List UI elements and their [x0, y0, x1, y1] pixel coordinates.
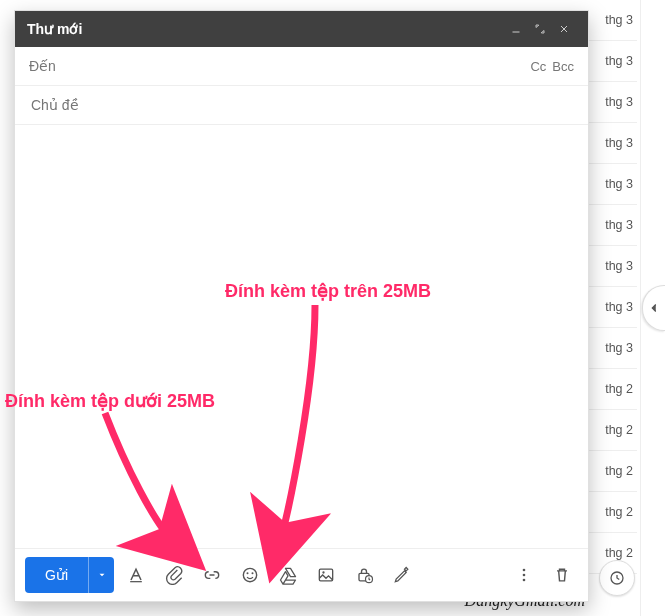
- clock-icon: [608, 569, 626, 587]
- svg-point-1: [243, 568, 256, 581]
- svg-point-3: [252, 572, 254, 574]
- confidential-button[interactable]: [348, 559, 380, 591]
- subject-field-row[interactable]: [15, 86, 588, 125]
- paperclip-icon: [164, 565, 184, 585]
- drive-button[interactable]: [272, 559, 304, 591]
- compose-body[interactable]: Đính kèm tệp trên 25MB Đính kèm tệp dưới…: [15, 125, 588, 548]
- pen-button[interactable]: [386, 559, 418, 591]
- annotation-arrows: [15, 125, 588, 585]
- compose-toolbar: Gửi: [15, 548, 588, 601]
- fullscreen-button[interactable]: [528, 17, 552, 41]
- close-icon: [558, 23, 570, 35]
- close-button[interactable]: [552, 17, 576, 41]
- image-icon: [316, 565, 336, 585]
- list-item: thg 3: [587, 246, 637, 287]
- pen-icon: [392, 565, 412, 585]
- compose-header: Thư mới: [15, 11, 588, 47]
- list-item: thg 2: [587, 451, 637, 492]
- svg-point-2: [247, 572, 249, 574]
- link-button[interactable]: [196, 559, 228, 591]
- list-item: thg 2: [587, 492, 637, 533]
- to-input[interactable]: [56, 57, 525, 75]
- bcc-button[interactable]: Bcc: [552, 59, 574, 74]
- svg-point-9: [523, 574, 526, 577]
- list-item: thg 3: [587, 164, 637, 205]
- image-button[interactable]: [310, 559, 342, 591]
- more-vertical-icon: [514, 565, 534, 585]
- svg-point-10: [523, 579, 526, 582]
- chevron-left-icon: [647, 301, 661, 315]
- formatting-button[interactable]: [120, 559, 152, 591]
- list-item: thg 3: [587, 123, 637, 164]
- annotation-over25: Đính kèm tệp trên 25MB: [225, 280, 431, 302]
- to-field-row[interactable]: Đến Cc Bcc: [15, 47, 588, 86]
- list-item: thg 3: [587, 205, 637, 246]
- emoji-icon: [240, 565, 260, 585]
- lock-clock-icon: [354, 565, 374, 585]
- list-item: thg 3: [587, 0, 637, 41]
- discard-button[interactable]: [546, 559, 578, 591]
- list-item: thg 2: [587, 369, 637, 410]
- expand-icon: [534, 23, 546, 35]
- cc-button[interactable]: Cc: [530, 59, 546, 74]
- recent-activity-button[interactable]: [599, 560, 635, 596]
- list-item: thg 3: [587, 287, 637, 328]
- text-format-icon: [126, 565, 146, 585]
- minimize-icon: [510, 23, 522, 35]
- svg-point-5: [322, 571, 324, 573]
- minimize-button[interactable]: [504, 17, 528, 41]
- drive-icon: [278, 565, 298, 585]
- list-item: thg 3: [587, 328, 637, 369]
- list-item: thg 2: [587, 410, 637, 451]
- attach-button[interactable]: [158, 559, 190, 591]
- compose-title: Thư mới: [27, 21, 504, 37]
- send-options-button[interactable]: [88, 557, 114, 593]
- compose-window: Thư mới Đến Cc Bcc Đính kèm tệp trên 25M…: [14, 10, 589, 602]
- link-icon: [202, 565, 222, 585]
- subject-input[interactable]: [29, 96, 574, 114]
- mail-list-dates: thg 3 thg 3 thg 3 thg 3 thg 3 thg 3 thg …: [587, 0, 637, 574]
- list-item: thg 3: [587, 82, 637, 123]
- trash-icon: [552, 565, 572, 585]
- send-button[interactable]: Gửi: [25, 557, 88, 593]
- annotation-under25: Đính kèm tệp dưới 25MB: [5, 390, 215, 412]
- chevron-down-icon: [97, 570, 107, 580]
- to-label: Đến: [29, 58, 56, 74]
- emoji-button[interactable]: [234, 559, 266, 591]
- more-options-button[interactable]: [508, 559, 540, 591]
- send-group: Gửi: [25, 557, 114, 593]
- svg-point-8: [523, 569, 526, 572]
- list-item: thg 3: [587, 41, 637, 82]
